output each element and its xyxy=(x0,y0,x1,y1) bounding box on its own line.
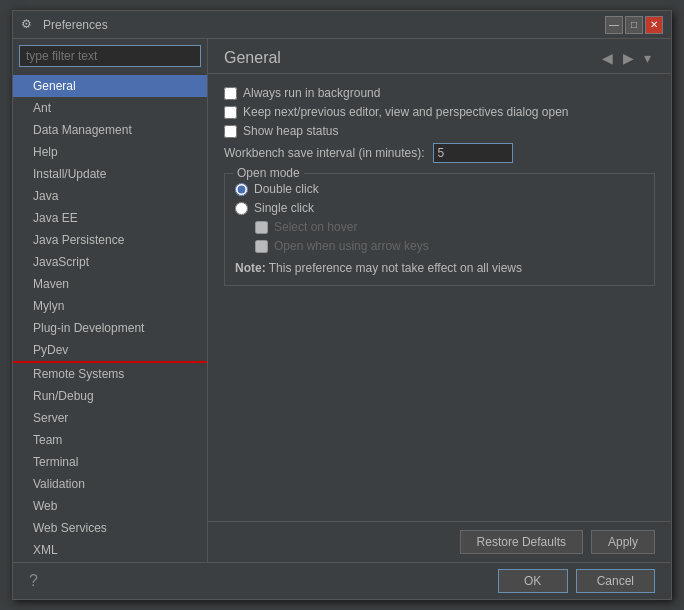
sidebar-item-plug-in-development[interactable]: Plug-in Development xyxy=(13,317,207,339)
radio-row-0: Double click xyxy=(235,182,644,196)
main-body: Always run in backgroundKeep next/previo… xyxy=(208,74,671,521)
radio-1[interactable] xyxy=(235,202,248,215)
dropdown-button[interactable]: ▾ xyxy=(640,49,655,67)
sub-options-container: Select on hoverOpen when using arrow key… xyxy=(255,220,644,253)
workbench-label: Workbench save interval (in minutes): xyxy=(224,146,425,160)
sidebar-item-xml[interactable]: XML xyxy=(13,539,207,561)
radio-label-0: Double click xyxy=(254,182,319,196)
restore-defaults-button[interactable]: Restore Defaults xyxy=(460,530,583,554)
workbench-save-row: Workbench save interval (in minutes): xyxy=(224,143,655,163)
sub-label-0: Select on hover xyxy=(274,220,357,234)
sub-checkbox-0 xyxy=(255,221,268,234)
sidebar-item-java-ee[interactable]: Java EE xyxy=(13,207,207,229)
sidebar-item-general[interactable]: General xyxy=(13,75,207,97)
sub-option-row-1: Open when using arrow keys xyxy=(255,239,644,253)
sidebar-item-data-management[interactable]: Data Management xyxy=(13,119,207,141)
checkbox-0[interactable] xyxy=(224,87,237,100)
main-content: GeneralAntData ManagementHelpInstall/Upd… xyxy=(13,39,671,562)
cancel-button[interactable]: Cancel xyxy=(576,569,655,593)
preferences-window: ⚙ Preferences — □ ✕ GeneralAntData Manag… xyxy=(12,10,672,600)
sidebar: GeneralAntData ManagementHelpInstall/Upd… xyxy=(13,39,208,562)
checkbox-row-2: Show heap status xyxy=(224,124,655,138)
sidebar-item-server[interactable]: Server xyxy=(13,407,207,429)
forward-button[interactable]: ▶ xyxy=(619,49,638,67)
apply-button[interactable]: Apply xyxy=(591,530,655,554)
nav-buttons: ◀ ▶ ▾ xyxy=(598,49,655,67)
radio-0[interactable] xyxy=(235,183,248,196)
back-button[interactable]: ◀ xyxy=(598,49,617,67)
sidebar-item-java-persistence[interactable]: Java Persistence xyxy=(13,229,207,251)
sub-options: Select on hoverOpen when using arrow key… xyxy=(255,220,644,253)
main-header: General ◀ ▶ ▾ xyxy=(208,39,671,74)
checkboxes-container: Always run in backgroundKeep next/previo… xyxy=(224,86,655,138)
sidebar-item-mylyn[interactable]: Mylyn xyxy=(13,295,207,317)
sidebar-item-team[interactable]: Team xyxy=(13,429,207,451)
sidebar-item-run/debug[interactable]: Run/Debug xyxy=(13,385,207,407)
sidebar-item-javascript[interactable]: JavaScript xyxy=(13,251,207,273)
window-title: Preferences xyxy=(43,18,599,32)
checkbox-label-0: Always run in background xyxy=(243,86,380,100)
sidebar-item-terminal[interactable]: Terminal xyxy=(13,451,207,473)
main-footer: Restore Defaults Apply xyxy=(208,521,671,562)
main-panel: General ◀ ▶ ▾ Always run in backgroundKe… xyxy=(208,39,671,562)
tree: GeneralAntData ManagementHelpInstall/Upd… xyxy=(13,73,207,562)
radio-row-1: Single click xyxy=(235,201,644,215)
checkbox-row-0: Always run in background xyxy=(224,86,655,100)
radio-label-1: Single click xyxy=(254,201,314,215)
page-title: General xyxy=(224,49,598,67)
checkbox-2[interactable] xyxy=(224,125,237,138)
window-controls: — □ ✕ xyxy=(605,16,663,34)
sidebar-item-pydev[interactable]: PyDev xyxy=(13,339,207,363)
titlebar: ⚙ Preferences — □ ✕ xyxy=(13,11,671,39)
window-icon: ⚙ xyxy=(21,17,37,33)
close-button[interactable]: ✕ xyxy=(645,16,663,34)
note-row: Note: This preference may not take effec… xyxy=(235,261,644,275)
sidebar-item-remote-systems[interactable]: Remote Systems xyxy=(13,363,207,385)
checkbox-row-1: Keep next/previous editor, view and pers… xyxy=(224,105,655,119)
checkbox-label-1: Keep next/previous editor, view and pers… xyxy=(243,105,569,119)
sidebar-item-validation[interactable]: Validation xyxy=(13,473,207,495)
workbench-input[interactable] xyxy=(433,143,513,163)
open-mode-legend: Open mode xyxy=(233,166,304,180)
checkbox-label-2: Show heap status xyxy=(243,124,338,138)
minimize-button[interactable]: — xyxy=(605,16,623,34)
sidebar-item-maven[interactable]: Maven xyxy=(13,273,207,295)
help-icon[interactable]: ? xyxy=(29,572,490,590)
ok-button[interactable]: OK xyxy=(498,569,568,593)
search-input[interactable] xyxy=(19,45,201,67)
note-text: This preference may not take effect on a… xyxy=(266,261,522,275)
sidebar-item-install/update[interactable]: Install/Update xyxy=(13,163,207,185)
sidebar-item-web-services[interactable]: Web Services xyxy=(13,517,207,539)
radio-container: Double clickSingle click xyxy=(235,182,644,215)
sidebar-item-ant[interactable]: Ant xyxy=(13,97,207,119)
checkbox-1[interactable] xyxy=(224,106,237,119)
sidebar-item-web[interactable]: Web xyxy=(13,495,207,517)
sub-checkbox-1 xyxy=(255,240,268,253)
note-prefix: Note: xyxy=(235,261,266,275)
dialog-footer: ? OK Cancel xyxy=(13,562,671,599)
maximize-button[interactable]: □ xyxy=(625,16,643,34)
sidebar-item-java[interactable]: Java xyxy=(13,185,207,207)
sidebar-item-help[interactable]: Help xyxy=(13,141,207,163)
sub-option-row-0: Select on hover xyxy=(255,220,644,234)
sub-label-1: Open when using arrow keys xyxy=(274,239,429,253)
open-mode-group: Open mode Double clickSingle click Selec… xyxy=(224,173,655,286)
